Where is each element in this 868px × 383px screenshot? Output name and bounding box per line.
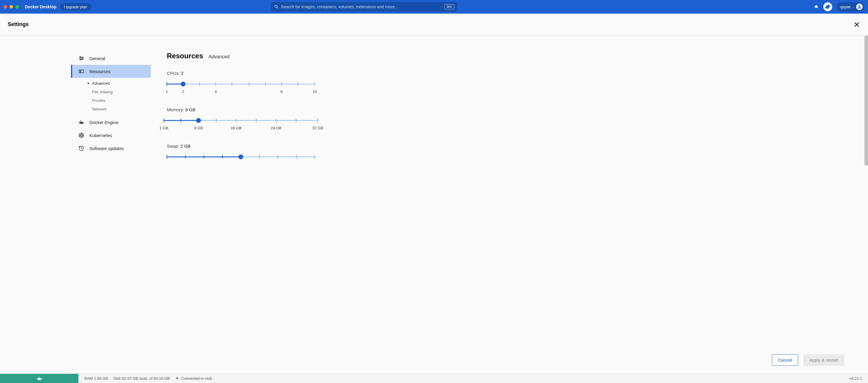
svg-rect-22 — [81, 121, 81, 122]
memory-slider[interactable] — [164, 118, 318, 123]
avatar-icon — [856, 4, 863, 10]
settings-sidebar: General Resources Advanced File sharing — [0, 35, 151, 374]
content-subheading: Advanced — [209, 54, 229, 59]
svg-rect-17 — [79, 70, 80, 73]
search-bar[interactable]: ⌘K — [271, 2, 457, 11]
version-label: v4.21.1 — [849, 376, 868, 381]
svg-line-6 — [815, 7, 815, 8]
kubernetes-icon — [78, 132, 85, 139]
swap-label: Swap: — [167, 144, 179, 149]
tick-label: 16 GB — [231, 126, 242, 130]
username-label: sjspiel… — [840, 5, 855, 9]
subnav-advanced-label: Advanced — [92, 81, 110, 86]
statusbar: RAM 1.64 GB Disk 62.97 GB avail. of 94.1… — [0, 374, 868, 383]
svg-line-7 — [817, 7, 818, 8]
settings-gear-button[interactable] — [823, 2, 832, 11]
nav-kubernetes-label: Kubernetes — [89, 133, 112, 138]
status-disk: Disk 62.97 GB avail. of 94.16 GB — [113, 376, 170, 381]
svg-rect-32 — [38, 378, 39, 379]
plug-icon — [175, 377, 179, 381]
window-close[interactable] — [4, 5, 7, 8]
tick-label: 8 — [280, 89, 282, 94]
cpus-value: 2 — [181, 71, 183, 76]
nav-general[interactable]: General — [71, 52, 151, 65]
whale-icon — [35, 376, 43, 382]
nav-resources[interactable]: Resources — [71, 65, 151, 78]
docker-engine-icon — [78, 119, 85, 125]
nav-general-label: General — [89, 56, 105, 61]
user-menu[interactable]: sjspiel… — [836, 2, 864, 11]
memory-slider-group: Memory: 8 GB — [167, 107, 315, 131]
nav-software-updates[interactable]: Software updates — [71, 142, 151, 155]
svg-rect-18 — [81, 70, 84, 73]
tick-label: 2 — [182, 89, 184, 94]
nav-software-updates-label: Software updates — [89, 146, 124, 151]
subnav-file-sharing[interactable]: File sharing — [88, 88, 151, 96]
memory-value: 8 GB — [185, 107, 195, 112]
status-indicator[interactable] — [0, 374, 79, 383]
subnav-proxies[interactable]: Proxies — [88, 96, 151, 105]
swap-slider-thumb[interactable] — [239, 154, 243, 159]
bullet-icon — [88, 83, 89, 84]
svg-rect-31 — [38, 378, 38, 379]
svg-line-1 — [277, 7, 278, 8]
tick-label: 32 GB — [312, 126, 323, 130]
app-name: Docker Desktop — [25, 4, 57, 9]
subnav-network[interactable]: Network — [88, 105, 151, 113]
upgrade-plan-button[interactable]: Upgrade plan — [60, 3, 91, 11]
tick-label: 8 GB — [194, 126, 203, 130]
status-ram: RAM 1.64 GB — [84, 376, 108, 381]
apply-restart-button: Apply & restart — [804, 354, 844, 366]
resources-icon — [78, 68, 85, 75]
svg-point-8 — [859, 5, 860, 7]
settings-content: Resources Advanced CPUs: 2 — [151, 35, 868, 374]
window-maximize[interactable] — [16, 5, 19, 8]
tick-label: 4 — [215, 89, 217, 94]
memory-label: Memory: — [167, 107, 184, 112]
subnav-file-sharing-label: File sharing — [92, 90, 113, 94]
cpus-slider-thumb[interactable] — [181, 82, 185, 86]
titlebar: Docker Desktop Upgrade plan ⌘K sjspiel… — [0, 0, 868, 13]
nav-docker-engine-label: Docker Engine — [89, 120, 118, 125]
svg-point-24 — [81, 135, 82, 136]
svg-rect-33 — [39, 378, 40, 379]
tick-label: 1 GB — [159, 126, 168, 130]
cpus-slider-group: CPUs: 2 — [167, 71, 315, 95]
nav-docker-engine[interactable]: Docker Engine — [71, 116, 151, 129]
subnav-network-label: Network — [92, 107, 107, 111]
svg-point-15 — [82, 58, 83, 59]
subnav-advanced[interactable]: Advanced — [88, 79, 151, 88]
subnav-proxies-label: Proxies — [92, 98, 105, 103]
status-connection-label: Connected to Hub — [181, 376, 212, 381]
svg-rect-21 — [82, 122, 83, 122]
tick-label: 10 — [313, 89, 317, 94]
memory-slider-thumb[interactable] — [196, 118, 201, 123]
svg-point-14 — [80, 57, 81, 57]
swap-slider-group: Swap: 2 GB — [167, 144, 315, 160]
cpus-slider[interactable] — [167, 81, 315, 87]
sliders-icon — [78, 55, 85, 62]
close-button[interactable] — [853, 21, 860, 28]
bug-icon[interactable] — [813, 4, 819, 10]
search-icon — [274, 4, 279, 9]
search-input[interactable] — [281, 4, 444, 9]
status-connection: Connected to Hub — [175, 376, 212, 381]
cpus-label: CPUs: — [167, 71, 180, 76]
history-icon — [78, 145, 85, 151]
swap-slider[interactable] — [167, 154, 315, 160]
nav-resources-label: Resources — [89, 69, 111, 74]
svg-rect-19 — [80, 122, 81, 122]
window-controls — [4, 5, 19, 8]
svg-rect-20 — [81, 122, 81, 122]
search-shortcut: ⌘K — [444, 4, 455, 9]
window-minimize[interactable] — [9, 5, 13, 8]
swap-value: 2 GB — [181, 144, 190, 149]
scrollbar[interactable] — [864, 35, 868, 166]
content-heading: Resources — [167, 52, 203, 60]
cancel-button[interactable]: Cancel — [772, 354, 798, 366]
tick-label: 24 GB — [271, 126, 282, 130]
svg-point-16 — [81, 59, 81, 60]
nav-kubernetes[interactable]: Kubernetes — [71, 129, 151, 142]
tick-label: 1 — [166, 89, 168, 94]
settings-header: Settings — [0, 13, 868, 35]
